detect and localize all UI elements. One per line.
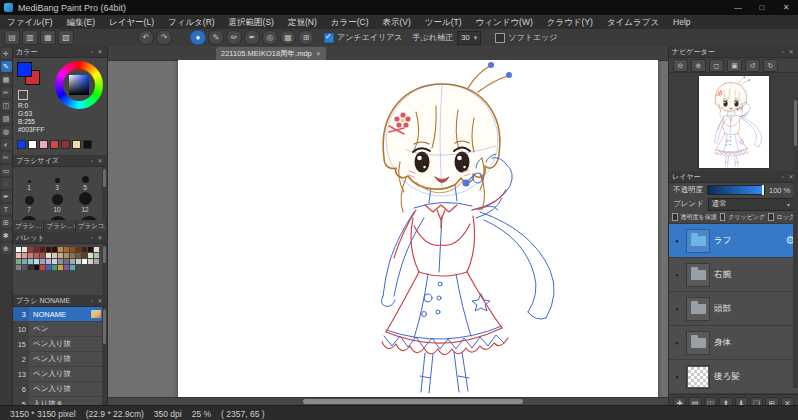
palette-swatch[interactable] xyxy=(76,259,81,264)
scrollbar-thumb[interactable] xyxy=(303,399,523,404)
opacity-slider[interactable] xyxy=(707,185,765,195)
popout-icon[interactable]: ▫ xyxy=(88,158,96,164)
palette-swatch[interactable] xyxy=(22,259,27,264)
palette-swatch[interactable] xyxy=(28,259,33,264)
pattern-tool-icon[interactable]: ▦ xyxy=(280,30,296,45)
brush-size-option[interactable] xyxy=(21,216,37,220)
fit-screen-icon[interactable]: ◻ xyxy=(709,59,724,72)
scrollbar[interactable] xyxy=(793,98,798,388)
popout-icon[interactable]: ▫ xyxy=(88,49,96,55)
clipping-checkbox[interactable] xyxy=(720,213,726,221)
palette-swatch[interactable] xyxy=(82,247,87,252)
palette-swatch[interactable] xyxy=(94,253,99,258)
palette-swatch[interactable] xyxy=(16,259,21,264)
menu-select[interactable]: 選択範囲(S) xyxy=(222,15,281,29)
close-button[interactable]: ✕ xyxy=(774,0,798,15)
nib-tool-icon[interactable]: ✒ xyxy=(244,30,260,45)
navigator-preview-area[interactable] xyxy=(669,73,798,171)
horizontal-scrollbar[interactable] xyxy=(108,397,668,405)
palette-swatch[interactable] xyxy=(34,247,39,252)
dodge-tool-icon[interactable]: ◐ xyxy=(1,139,12,150)
palette-swatch[interactable] xyxy=(52,259,57,264)
brush-list-item[interactable]: 3 NONAME xyxy=(13,307,107,322)
brush-tool-icon[interactable]: ● xyxy=(190,30,206,45)
palette-swatch[interactable] xyxy=(58,259,63,264)
palette-swatch[interactable] xyxy=(46,253,51,258)
brush-list-item[interactable]: 10 ペン xyxy=(13,322,107,337)
zoom-in-icon[interactable]: ⊕ xyxy=(691,59,706,72)
brush-size-option[interactable]: 7 xyxy=(15,191,43,213)
menu-help[interactable]: Help xyxy=(666,15,697,29)
palette-swatch[interactable] xyxy=(64,259,69,264)
brush-tool-icon[interactable]: ✎ xyxy=(1,61,12,72)
palette-swatch[interactable] xyxy=(22,253,27,258)
scrollbar[interactable] xyxy=(102,167,107,220)
menu-view[interactable]: 表示(V) xyxy=(375,15,417,29)
close-icon[interactable]: ✕ xyxy=(96,48,104,55)
palette-swatch[interactable] xyxy=(40,253,45,258)
palette-swatch[interactable] xyxy=(22,265,27,270)
palette-swatch[interactable] xyxy=(40,259,45,264)
close-icon[interactable]: ✕ xyxy=(96,157,104,164)
pencil-tool-icon[interactable]: ✏ xyxy=(226,30,242,45)
popout-icon[interactable]: ▫ xyxy=(88,298,96,304)
menu-window[interactable]: ウィンドウ(W) xyxy=(469,15,540,29)
palette-swatch[interactable] xyxy=(16,247,21,252)
menu-ruler[interactable]: 定規(N) xyxy=(281,15,324,29)
palette-swatch[interactable] xyxy=(64,247,69,252)
menu-filter[interactable]: フィルタ(R) xyxy=(161,15,222,29)
lasso-tool-icon[interactable]: ◌ xyxy=(1,178,12,189)
brush-list-item[interactable]: 15 ペン入り抜 xyxy=(13,337,107,352)
zoom-out-icon[interactable]: ⊖ xyxy=(673,59,688,72)
redo-button[interactable]: ↷ xyxy=(156,30,172,45)
protect-alpha-checkbox[interactable] xyxy=(672,213,678,221)
palette-swatch[interactable] xyxy=(70,253,75,258)
menu-cloud[interactable]: クラウド(Y) xyxy=(540,15,600,29)
palette-swatch[interactable] xyxy=(46,247,51,252)
brush-list-item[interactable]: 6 ペン入り抜 xyxy=(13,382,107,397)
brush-size-option[interactable]: 10 xyxy=(43,191,71,213)
color-history-swatch[interactable] xyxy=(17,140,26,149)
minimize-button[interactable]: — xyxy=(726,0,750,15)
palette-swatch[interactable] xyxy=(82,253,87,258)
visibility-eye-icon[interactable]: ● xyxy=(672,374,682,380)
palette-swatch[interactable] xyxy=(82,259,87,264)
antialias-checkbox-box[interactable] xyxy=(324,33,334,43)
palette-swatch[interactable] xyxy=(64,253,69,258)
popout-icon[interactable]: ▫ xyxy=(779,49,787,55)
palette-swatch[interactable] xyxy=(76,247,81,252)
palette-swatch[interactable] xyxy=(88,247,93,252)
brush-size-option[interactable]: 1 xyxy=(15,169,43,191)
palette-swatch[interactable] xyxy=(28,253,33,258)
text-tool-icon[interactable]: T xyxy=(1,204,12,215)
color-history-swatch[interactable] xyxy=(39,140,48,149)
palette-swatch[interactable] xyxy=(76,253,81,258)
palette-swatch[interactable] xyxy=(46,259,51,264)
layer-row[interactable]: ● 後ろ髪 xyxy=(669,360,798,394)
transparent-color-swatch[interactable] xyxy=(18,90,28,100)
color-history-swatch[interactable] xyxy=(83,140,92,149)
color-history-swatch[interactable] xyxy=(50,140,59,149)
grid-tool-icon[interactable]: ⊞ xyxy=(298,30,314,45)
palette-swatch[interactable] xyxy=(88,253,93,258)
move-tool-icon[interactable]: ✛ xyxy=(1,48,12,59)
popout-icon[interactable]: ▫ xyxy=(88,235,96,241)
palette-swatch[interactable] xyxy=(58,247,63,252)
panel-layout-icon[interactable]: ▤ xyxy=(4,30,20,45)
brush-size-option[interactable] xyxy=(49,216,67,220)
menu-tool[interactable]: ツール(T) xyxy=(418,15,469,29)
zoom-tool-icon[interactable]: ⊕ xyxy=(1,243,12,254)
menu-color[interactable]: カラー(C) xyxy=(324,15,376,29)
pencil-tool-icon[interactable]: ✏ xyxy=(1,87,12,98)
select-tool-icon[interactable]: ▦ xyxy=(1,74,12,85)
menu-edit[interactable]: 編集(E) xyxy=(60,15,102,29)
palette-swatch[interactable] xyxy=(64,265,69,270)
close-icon[interactable]: ✕ xyxy=(96,234,104,241)
palette-swatch[interactable] xyxy=(70,265,75,270)
pen-tool-icon[interactable]: ✎ xyxy=(208,30,224,45)
brush-tab[interactable]: ブラシ…✕ xyxy=(13,220,44,232)
brush-size-option[interactable]: 12 xyxy=(71,191,99,213)
palette-swatch[interactable] xyxy=(70,259,75,264)
popout-icon[interactable]: ▫ xyxy=(779,174,787,180)
visibility-eye-icon[interactable]: ● xyxy=(672,340,682,346)
